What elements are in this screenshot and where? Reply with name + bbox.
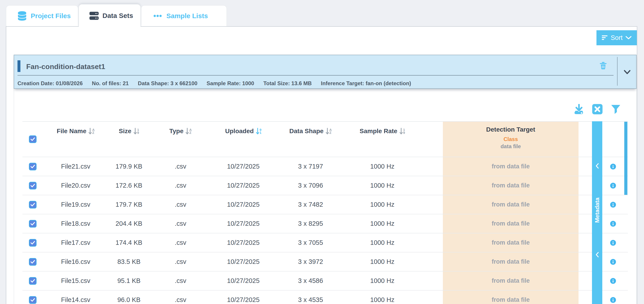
column-header-size[interactable]: Size19 bbox=[119, 128, 139, 135]
cell-uploaded: 10/27/2025 bbox=[206, 290, 280, 304]
info-icon-button[interactable] bbox=[610, 202, 616, 208]
spacer-cell bbox=[424, 195, 443, 214]
cell-file-name: File17.csv bbox=[48, 234, 103, 252]
cell-detection-target: from data file bbox=[443, 195, 578, 214]
column-header-file-name[interactable]: File NameAZ bbox=[57, 128, 95, 135]
info-icon bbox=[612, 184, 615, 187]
info-icon-button[interactable] bbox=[610, 278, 616, 284]
table-row: File14.csv96.0 KB.csv10/27/20253 x 45351… bbox=[22, 290, 628, 304]
info-icon-button[interactable] bbox=[610, 240, 616, 246]
row-checkbox[interactable] bbox=[29, 277, 36, 285]
trash-icon-button[interactable] bbox=[599, 61, 608, 70]
dataset-title: Fan-condition-dataset1 bbox=[26, 62, 105, 71]
column-header-uploaded[interactable]: Uploaded91 bbox=[225, 128, 262, 135]
info-icon-button[interactable] bbox=[610, 221, 616, 227]
metadata-panel-toggle[interactable]: Metadata bbox=[592, 121, 602, 304]
meta-num-files: No. of files: 21 bbox=[92, 80, 129, 86]
column-header-cell: File NameAZ bbox=[48, 122, 103, 157]
tab-data-sets-label: Data Sets bbox=[102, 12, 133, 20]
detection-target-source: data file bbox=[500, 143, 521, 150]
row-checkbox[interactable] bbox=[29, 239, 36, 246]
info-icon-button[interactable] bbox=[610, 297, 616, 303]
checkbox-cell bbox=[22, 252, 48, 271]
dataset-meta: Creation Date: 01/08/2026 No. of files: … bbox=[18, 80, 411, 86]
cell-sample-rate: 1000 Hz bbox=[341, 195, 424, 214]
chevron-down-icon bbox=[626, 36, 632, 40]
dataset-card[interactable]: Fan-condition-dataset1 Creation Date: 01… bbox=[14, 55, 636, 89]
cell-size: 95.1 KB bbox=[103, 272, 155, 290]
cell-sample-rate: 1000 Hz bbox=[341, 157, 424, 176]
column-header-cell: Sample Rate19 bbox=[341, 122, 424, 157]
cell-sample-rate: 1000 Hz bbox=[341, 290, 424, 304]
tab-sample-lists[interactable]: Sample Lists bbox=[141, 5, 227, 26]
row-checkbox[interactable] bbox=[29, 220, 36, 228]
cell-size: 179.7 KB bbox=[103, 195, 155, 214]
sort-button-label: Sort bbox=[610, 34, 622, 42]
column-header-data-shape[interactable]: Data ShapeAZ bbox=[289, 128, 332, 135]
info-cell bbox=[602, 234, 624, 252]
info-cell bbox=[602, 176, 624, 195]
column-label: Size bbox=[119, 128, 132, 135]
tab-project-files-label: Project Files bbox=[31, 12, 71, 20]
table-row: File15.csv95.1 KB.csv10/27/20253 x 45861… bbox=[22, 271, 628, 290]
column-header-sample-rate[interactable]: Sample Rate19 bbox=[360, 128, 405, 135]
tab-data-sets[interactable]: Data Sets bbox=[78, 4, 141, 27]
spacer-cell bbox=[424, 157, 443, 176]
clear-selection-icon-button[interactable] bbox=[592, 104, 603, 114]
info-icon-button[interactable] bbox=[610, 164, 616, 170]
select-all-checkbox[interactable] bbox=[29, 136, 36, 143]
spacer-cell bbox=[578, 272, 592, 290]
sort-numeric-icon: 19 bbox=[400, 128, 405, 134]
table-row: File17.csv174.4 KB.csv10/27/20253 x 7055… bbox=[22, 233, 628, 252]
tab-project-files[interactable]: Project Files bbox=[6, 5, 78, 26]
cell-uploaded: 10/27/2025 bbox=[206, 157, 280, 176]
cell-uploaded: 10/27/2025 bbox=[206, 252, 280, 271]
spacer-cell bbox=[424, 176, 443, 195]
cell-size: 172.6 KB bbox=[103, 176, 155, 195]
info-icon bbox=[612, 298, 615, 302]
info-icon-button[interactable] bbox=[610, 259, 616, 265]
cell-detection-target: from data file bbox=[443, 176, 578, 195]
table-scrollbar[interactable] bbox=[624, 122, 628, 195]
cell-file-name: File16.csv bbox=[48, 252, 103, 271]
checkbox-cell bbox=[22, 290, 48, 304]
row-checkbox[interactable] bbox=[29, 258, 36, 266]
info-cell bbox=[602, 214, 624, 233]
row-checkbox[interactable] bbox=[29, 163, 36, 170]
collapse-chevron-icon[interactable] bbox=[624, 69, 631, 75]
scrollbar-gutter-cell bbox=[624, 214, 628, 233]
info-cell bbox=[602, 272, 624, 290]
meta-creation-date: Creation Date: 01/08/2026 bbox=[18, 80, 83, 86]
table-row: File19.csv179.7 KB.csv10/27/20253 x 7482… bbox=[22, 195, 628, 214]
row-checkbox[interactable] bbox=[29, 201, 36, 208]
filter-icon-button[interactable] bbox=[610, 104, 621, 114]
info-icon-button[interactable] bbox=[610, 183, 616, 188]
spacer-cell bbox=[424, 234, 443, 252]
cell-data-shape: 3 x 4586 bbox=[280, 272, 341, 290]
info-icon bbox=[612, 279, 615, 282]
sort-button[interactable]: Sort bbox=[596, 30, 637, 45]
info-cell bbox=[602, 157, 624, 176]
download-icon-button[interactable] bbox=[574, 104, 584, 114]
spacer-cell bbox=[424, 272, 443, 290]
info-icon bbox=[612, 260, 615, 264]
cell-data-shape: 3 x 4535 bbox=[280, 290, 341, 304]
cell-detection-target: from data file bbox=[443, 290, 578, 304]
spacer-cell bbox=[578, 157, 592, 176]
cell-type: .csv bbox=[155, 176, 206, 195]
cell-file-name: File15.csv bbox=[48, 272, 103, 290]
select-all-cell bbox=[22, 122, 48, 157]
sort-alpha-icon: AZ bbox=[326, 128, 332, 134]
spacer-cell bbox=[578, 195, 592, 214]
cell-data-shape: 3 x 8295 bbox=[280, 214, 341, 233]
card-separator bbox=[18, 75, 614, 76]
column-header-cell: Uploaded91 bbox=[206, 122, 280, 157]
table-header-row: File NameAZ Size19 TypeAZ Uploaded91 Dat… bbox=[22, 122, 628, 157]
column-header-type[interactable]: TypeAZ bbox=[169, 128, 192, 135]
detection-target-header: Detection Target Class data file bbox=[443, 122, 578, 157]
checkbox-cell bbox=[22, 195, 48, 214]
cell-uploaded: 10/27/2025 bbox=[206, 272, 280, 290]
row-checkbox[interactable] bbox=[29, 182, 36, 190]
cell-data-shape: 3 x 7482 bbox=[280, 195, 341, 214]
row-checkbox[interactable] bbox=[29, 296, 36, 304]
